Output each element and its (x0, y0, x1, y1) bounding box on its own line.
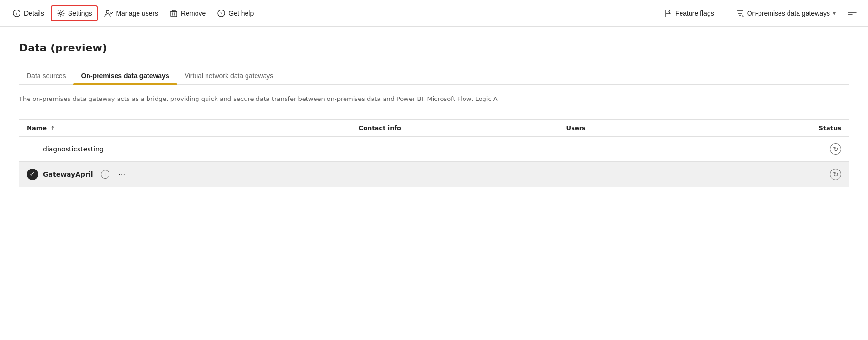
svg-text:i: i (16, 11, 18, 16)
table-header-row: Name ↑ Contact info Users Status (19, 119, 849, 136)
row2-info-icon[interactable]: i (101, 170, 109, 179)
col-header-status: Status (724, 119, 849, 136)
manage-users-button[interactable]: Manage users (99, 6, 163, 20)
manage-users-icon (104, 9, 113, 18)
col-header-name: Name ↑ (19, 119, 351, 136)
row2-check-icon: ✓ (27, 169, 38, 180)
remove-label: Remove (181, 10, 206, 17)
manage-users-label: Manage users (116, 10, 158, 17)
tabs-container: Data sources On-premises data gateways V… (19, 67, 849, 85)
row2-users (559, 161, 725, 187)
row1-status-icon: ↻ (830, 143, 841, 155)
svg-point-2 (59, 12, 62, 14)
svg-point-3 (106, 10, 109, 13)
page-title: Data (preview) (19, 42, 849, 54)
settings-icon (57, 9, 65, 18)
filter-icon (736, 9, 744, 18)
settings-label: Settings (68, 10, 92, 17)
toolbar-left: i Details Settings (8, 5, 657, 21)
feature-flags-label: Feature flags (675, 10, 714, 17)
svg-rect-4 (171, 11, 177, 17)
col-header-users: Users (559, 119, 725, 136)
table-row: diagnosticstesting ↻ (19, 136, 849, 161)
row2-name: GatewayApril (43, 170, 93, 178)
row1-name: diagnosticstesting (43, 145, 104, 153)
on-premises-gateways-dropdown[interactable]: On-premises data gateways ▾ (731, 6, 840, 20)
details-label: Details (24, 10, 44, 17)
sort-arrow-icon: ↑ (51, 125, 55, 131)
svg-text:?: ? (220, 11, 223, 16)
row2-status-icon: ↻ (830, 169, 841, 180)
tab-virtual-network[interactable]: Virtual network data gateways (177, 67, 281, 84)
gateways-table: Name ↑ Contact info Users Status diagnos… (19, 119, 849, 187)
get-help-label: Get help (228, 10, 254, 17)
row1-contact (351, 136, 559, 161)
info-icon: i (12, 9, 21, 18)
dropdown-chevron-icon: ▾ (833, 10, 836, 17)
row2-status: ↻ (724, 161, 849, 187)
get-help-button[interactable]: ? Get help (212, 6, 258, 20)
help-icon: ? (217, 9, 226, 18)
toolbar-divider (725, 7, 725, 20)
row1-name-cell: diagnosticstesting (19, 136, 351, 161)
remove-button[interactable]: Remove (165, 6, 210, 20)
feature-flags-button[interactable]: Feature flags (659, 6, 719, 20)
toolbar: i Details Settings (0, 0, 868, 27)
tab-on-premises[interactable]: On-premises data gateways (73, 67, 177, 84)
feature-flags-icon (664, 9, 672, 18)
row1-check-placeholder (27, 143, 38, 155)
sidebar-toggle-icon (848, 9, 857, 17)
row2-contact (351, 161, 559, 187)
row1-users (559, 136, 725, 161)
page-description: The on-premises data gateway acts as a b… (19, 94, 849, 104)
row2-ellipsis-button[interactable]: ··· (116, 169, 128, 180)
table-row[interactable]: ✓ GatewayApril i ··· ↻ (19, 161, 849, 187)
col-header-contact: Contact info (351, 119, 559, 136)
on-premises-gateways-label: On-premises data gateways (747, 10, 830, 17)
row1-status: ↻ (724, 136, 849, 161)
row2-name-cell: ✓ GatewayApril i ··· (19, 161, 351, 187)
remove-icon (169, 9, 178, 18)
page-content: Data (preview) Data sources On-premises … (0, 27, 868, 187)
details-button[interactable]: i Details (8, 6, 49, 20)
toolbar-right: Feature flags On-premises data gateways … (659, 6, 860, 20)
settings-button[interactable]: Settings (51, 5, 98, 21)
tab-data-sources[interactable]: Data sources (19, 67, 73, 84)
sidebar-toggle-button[interactable] (844, 6, 860, 20)
